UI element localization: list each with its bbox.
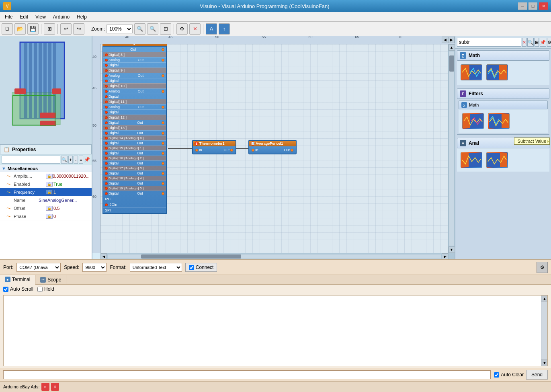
search-clear-btn[interactable]: ✕: [522, 38, 526, 47]
digital-9-ports: Analog Out: [103, 73, 166, 78]
open-button[interactable]: 📂: [14, 23, 26, 35]
menu-file[interactable]: File: [2, 13, 16, 21]
hscroll-thumb[interactable]: [141, 254, 241, 259]
filters-math-thumb-1: [462, 113, 484, 129]
vscroll-track[interactable]: [449, 51, 454, 246]
hscroll-right-bottom[interactable]: ▶: [442, 253, 448, 260]
math-component-2[interactable]: [485, 63, 509, 82]
filters-math-label: Math: [469, 103, 479, 107]
zoom-out-button[interactable]: 🔍: [147, 23, 158, 35]
hscroll-track[interactable]: [108, 254, 441, 259]
auto-clear-checkbox[interactable]: [494, 372, 499, 378]
palette-btn-2[interactable]: 📌: [540, 38, 546, 47]
prop-group-label: Miscellaneous: [8, 166, 38, 171]
tab-terminal[interactable]: ■ Terminal: [0, 275, 35, 285]
horizontal-scrollbar[interactable]: ◀ ▶: [100, 253, 448, 259]
arduino-main-component[interactable]: Digital Out Digital[ 8 ]: [102, 44, 167, 214]
format-select[interactable]: Unformatted Text: [130, 263, 182, 272]
anal-component-2[interactable]: [485, 151, 509, 169]
hold-label[interactable]: Hold: [37, 286, 54, 292]
compile-button[interactable]: ⚙: [176, 23, 188, 35]
palette-btn-1[interactable]: ⊞: [535, 38, 539, 47]
terminal-area[interactable]: ▲ ▼: [3, 295, 548, 366]
hscroll-left-bottom[interactable]: ◀: [100, 253, 107, 260]
send-button[interactable]: Send: [526, 370, 548, 380]
prop-row-frequency[interactable]: 〜 Frequency 🔒 1: [0, 188, 92, 196]
zoom-select[interactable]: 100% 75% 125% 150%: [107, 25, 133, 33]
hscroll-left[interactable]: ◀: [442, 37, 448, 43]
zoom-in-button[interactable]: 🔍: [134, 23, 145, 35]
undo-button[interactable]: ↩: [60, 23, 72, 35]
close-button[interactable]: ✕: [539, 2, 548, 10]
hscroll-right[interactable]: ▶: [448, 37, 455, 43]
auto-scroll-label[interactable]: Auto Scroll: [3, 286, 33, 292]
speed-select[interactable]: 9600: [82, 263, 107, 272]
category-filters-icon: F: [460, 90, 466, 97]
minimize-button[interactable]: ─: [518, 2, 527, 10]
prop-btn-3[interactable]: -: [74, 156, 78, 164]
save-button[interactable]: 💾: [27, 23, 39, 35]
math-component-1[interactable]: [459, 63, 483, 82]
prop-btn-2[interactable]: +: [68, 156, 73, 164]
auto-clear-text: Auto Clear: [501, 372, 524, 378]
terminal-scrollbar[interactable]: ▲ ▼: [541, 296, 547, 366]
thermometer-in-port[interactable]: In: [195, 148, 202, 152]
anal-component-1[interactable]: [459, 151, 483, 169]
anal-thumb-1: [461, 152, 482, 168]
filters-math-component-2[interactable]: [487, 112, 511, 130]
prop-btn-1[interactable]: 🔍: [61, 156, 68, 164]
auto-clear-label[interactable]: Auto Clear: [494, 372, 524, 378]
category-filters-header[interactable]: F Filters: [457, 88, 549, 99]
ads-close-icon[interactable]: ✕: [51, 383, 59, 391]
maximize-button[interactable]: □: [528, 2, 537, 10]
bottom-status: Arduino eBay Ads: e ✕: [0, 381, 551, 392]
averageperiod-out-port[interactable]: Out: [284, 148, 293, 152]
prop-pin[interactable]: 📌: [84, 157, 90, 162]
toolbar-sep-4: [174, 24, 174, 34]
connect-checkbox[interactable]: [189, 265, 194, 270]
redo-button[interactable]: ↪: [73, 23, 84, 35]
terminal-input[interactable]: [3, 370, 491, 379]
prop-btn-4[interactable]: ≡: [79, 156, 83, 164]
vscroll-thumb[interactable]: [449, 55, 454, 72]
filters-math-component-1[interactable]: [461, 112, 485, 130]
zoom-label: Zoom:: [91, 26, 105, 32]
vertical-scrollbar[interactable]: ▲ ▼: [448, 44, 455, 253]
terminal-scroll-up[interactable]: ▲: [541, 296, 548, 302]
prop-group-miscellaneous[interactable]: ▼ Miscellaneous: [0, 165, 92, 172]
out-port-dot[interactable]: [162, 48, 164, 51]
palette-btn-3[interactable]: ⚙: [547, 38, 551, 47]
properties-tree: ▼ Miscellaneous 〜 Amplitu... 🔒 0.3000000…: [0, 165, 92, 259]
palette-search-input[interactable]: [457, 38, 521, 47]
hold-checkbox[interactable]: [37, 287, 43, 292]
thermometer-out-port[interactable]: Out: [223, 148, 233, 152]
auto-scroll-checkbox[interactable]: [3, 287, 8, 292]
vscroll-down[interactable]: ▼: [449, 246, 455, 253]
zoom-fit-button[interactable]: ⊡: [160, 23, 171, 35]
search-go-btn[interactable]: 🔍: [527, 38, 534, 47]
connect-button[interactable]: Connect: [185, 263, 217, 272]
thermometer-block[interactable]: 🌡 Thermometer1 In Out: [192, 140, 236, 154]
terminal-scroll-down[interactable]: ▼: [541, 359, 548, 366]
menu-edit[interactable]: Edit: [16, 13, 31, 21]
terminal-scroll-track[interactable]: [541, 302, 547, 359]
upload-button[interactable]: ↑: [219, 23, 230, 35]
filters-math-thumb-2: [488, 113, 510, 129]
arduino-button[interactable]: A: [206, 23, 217, 35]
new-button[interactable]: 🗋: [2, 23, 13, 35]
menu-help[interactable]: Help: [74, 13, 90, 21]
tab-scope[interactable]: 〜 Scope: [35, 275, 66, 284]
svg-rect-8: [43, 43, 47, 118]
settings-button[interactable]: ⚙: [537, 262, 548, 273]
delete-button[interactable]: ✕: [189, 23, 201, 35]
menu-view[interactable]: View: [32, 13, 49, 21]
port-select[interactable]: COM7 (Unava: [16, 263, 61, 272]
filters-math-header[interactable]: ∑ Math: [459, 101, 548, 109]
grid-button[interactable]: ⊞: [44, 23, 55, 35]
menu-arduino[interactable]: Arduino: [50, 13, 73, 21]
category-math-header[interactable]: ∑ Math: [457, 50, 549, 61]
vscroll-up[interactable]: ▲: [449, 44, 455, 51]
averageperiod-in-port[interactable]: In: [252, 148, 258, 152]
properties-search[interactable]: [2, 156, 60, 164]
averageperiod-block[interactable]: 📊 AveragePeriod1 In Out: [248, 140, 297, 154]
